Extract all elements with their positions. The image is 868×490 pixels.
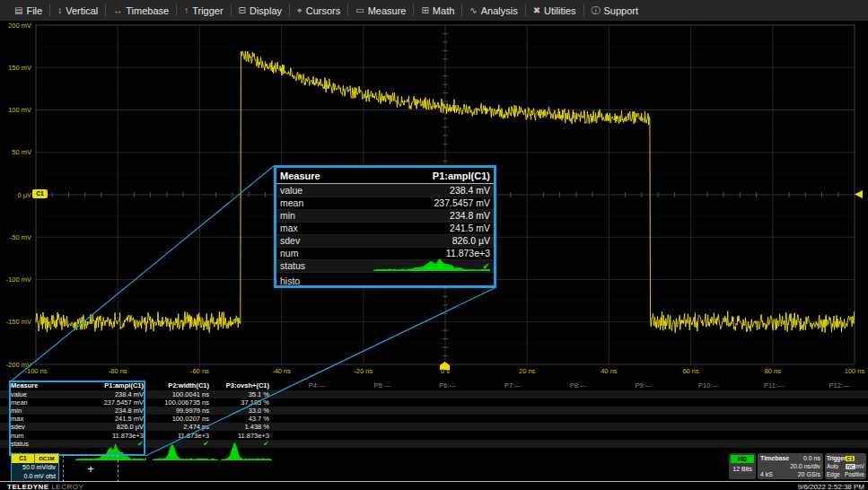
channel-header: C1 DC1M: [12, 454, 58, 463]
popup-title: Measure: [280, 171, 320, 181]
trigger-type: Edge: [827, 470, 840, 478]
popup-row-value: 237.5457 mV: [434, 197, 490, 209]
table-row-0: value238.4 mV100.0041 ns35.1 %: [0, 390, 868, 398]
measure-col-header-p7[interactable]: P7:---: [486, 381, 539, 390]
x-axis-label: 100 ns: [832, 367, 868, 375]
table-row-hdr: MeasureP1:ampl(C1)P2:width(C1)P3:ovsh+(C…: [0, 381, 868, 390]
timebase-samplerate: 20 GS/s: [798, 470, 820, 478]
y-axis-label: -50 mV: [0, 233, 31, 241]
plus-icon: +: [87, 462, 94, 476]
measure-value-cell: 43.7 %: [162, 415, 269, 423]
timebase-scale: 20.0 ns/div: [790, 462, 820, 470]
popup-header: Measure P1:ampl(C1): [276, 168, 494, 184]
trigger-mode: Auto: [827, 462, 838, 470]
brand-secondary: LECROY: [51, 483, 83, 490]
table-row-label: value: [11, 390, 27, 398]
measurement-histogram-p2: [153, 441, 218, 460]
popup-row-sdev: sdev826.0 µV: [276, 234, 494, 247]
measure-col-header-p4[interactable]: P4:---: [290, 381, 344, 390]
measure-col-header-p3[interactable]: P3:ovsh+(C1): [162, 381, 269, 390]
measure-detail-popup[interactable]: Measure P1:ampl(C1) value238.4 mVmean237…: [274, 165, 496, 288]
channel-descriptor-c1[interactable]: C1 DC1M 50.0 mV/div 0.0 mV ofst: [11, 453, 59, 483]
timebase-label: Timebase: [760, 454, 789, 462]
popup-histogram: [373, 257, 490, 271]
popup-rows: value238.4 mVmean237.5457 mVmin234.8 mVm…: [276, 184, 494, 273]
popup-row-mean: mean237.5457 mV: [276, 197, 494, 209]
x-axis-label: -40 ns: [259, 367, 304, 375]
popup-row-label: min: [280, 210, 295, 222]
x-axis-label: -80 ns: [95, 367, 140, 375]
popup-row-label: mean: [280, 197, 303, 209]
measure-value-cell: 33.0 %: [162, 407, 269, 415]
table-row-label: min: [11, 407, 22, 415]
measure-col-header-p11[interactable]: P11:---: [747, 381, 801, 390]
add-trace-button[interactable]: +: [63, 455, 118, 482]
y-axis-label: 200 mV: [0, 22, 31, 30]
x-axis-label: 0 s: [423, 367, 468, 375]
measure-col-header-p9[interactable]: P9:---: [617, 381, 671, 390]
measure-col-header-p5[interactable]: P5:---: [355, 381, 409, 390]
hd-mode-badge: HD: [731, 455, 754, 463]
popup-row-value: 238.4 mV: [450, 185, 490, 197]
table-row-label: sdev: [11, 423, 25, 431]
brand-logo: TELEDYNE LECROY: [7, 483, 83, 490]
x-axis-label: -20 ns: [341, 367, 386, 375]
acquisition-status-box[interactable]: HD 12 Bits: [729, 453, 756, 479]
popup-row-label: sdev: [280, 235, 300, 247]
table-row-label: num: [11, 432, 24, 440]
popup-row-value: 826.0 µV: [452, 235, 490, 247]
popup-row-label: status: [280, 260, 305, 272]
x-axis-label: -100 ns: [13, 367, 58, 375]
trigger-slope: Positive: [845, 470, 864, 478]
status-footer: TELEDYNE LECROY 9/6/2022 2:52:38 PM: [0, 481, 868, 490]
y-axis-label: -150 mV: [0, 318, 31, 326]
table-row-1: mean237.5457 mV100.006735 ns37.195 %: [0, 398, 868, 407]
y-axis-label: -100 mV: [0, 276, 31, 284]
measure-col-header-p8[interactable]: P8:---: [551, 381, 605, 390]
x-axis-label: 60 ns: [669, 367, 714, 375]
popup-row-value: value238.4 mV: [276, 184, 494, 197]
measure-value-cell: 11.873e+3: [162, 432, 269, 440]
bit-resolution: 12 Bits: [729, 466, 756, 472]
trigger-source-chip: C1: [846, 456, 854, 461]
brand-primary: TELEDYNE: [7, 483, 49, 490]
trigger-status-box[interactable]: Trigger C1 DC Auto 0.0 mV Edge Positive: [825, 453, 866, 479]
oscilloscope-app: ▤File↕Vertical↔Timebase↑Trigger⊟Display⌖…: [0, 0, 868, 490]
channel-coupling-chip: DC1M: [35, 454, 58, 463]
trigger-level: 0.0 mV: [846, 462, 864, 470]
measure-table: MeasureP1:ampl(C1)P2:width(C1)P3:ovsh+(C…: [0, 381, 868, 462]
table-row-3: max241.5 mV100.0207 ns43.7 %: [0, 415, 868, 423]
x-axis-label: 80 ns: [750, 367, 795, 375]
c1-channel-offset-marker[interactable]: C1: [32, 189, 48, 198]
table-row-label: max: [11, 415, 23, 423]
x-axis-label: -60 ns: [177, 367, 222, 375]
y-axis-label: 150 mV: [0, 64, 31, 72]
popup-row-label: max: [280, 223, 298, 234]
timebase-status-box[interactable]: Timebase 0.0 ns 20.0 ns/div 4 kS 20 GS/s: [758, 453, 823, 479]
y-axis-label: 0 µV: [0, 191, 31, 199]
measure-value-cell: 35.1 %: [162, 390, 269, 398]
measure-col-header-p10[interactable]: P10:---: [682, 381, 736, 390]
channel-name-chip: C1: [12, 454, 35, 463]
popup-row-max: max241.5 mV: [276, 222, 494, 234]
trigger-level-marker[interactable]: [855, 190, 863, 198]
measurement-histogram-p3: [221, 441, 272, 460]
x-axis-label: 40 ns: [586, 367, 631, 375]
y-axis-label: 100 mV: [0, 106, 31, 114]
popup-row-label: value: [280, 185, 302, 197]
popup-row-value: 241.5 mV: [450, 223, 490, 234]
popup-row-value: 234.8 mV: [450, 210, 490, 222]
measure-col-header-p6[interactable]: P6:---: [421, 381, 475, 390]
table-row-5: num11.873e+311.873e+311.873e+3: [0, 432, 868, 440]
x-axis-label: 20 ns: [504, 367, 549, 375]
clock-timestamp: 9/6/2022 2:52:38 PM: [798, 483, 864, 490]
trigger-label: Trigger: [827, 454, 846, 462]
table-row-label: status: [11, 440, 29, 448]
y-axis-label: 50 mV: [0, 148, 31, 156]
table-corner-label: Measure: [11, 381, 38, 390]
popup-row-label: histo: [280, 276, 300, 286]
popup-source: P1:ampl(C1): [433, 171, 490, 181]
measure-col-header-p12[interactable]: P12:---: [812, 381, 866, 390]
timebase-delay: 0.0 ns: [803, 454, 820, 462]
timebase-samples: 4 kS: [760, 470, 773, 478]
